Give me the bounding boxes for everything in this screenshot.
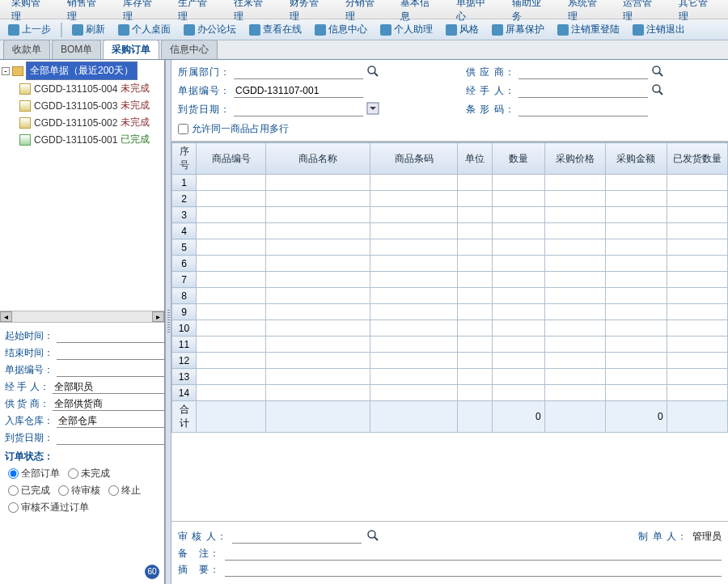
col-2[interactable]: 商品名称 — [266, 143, 370, 175]
col-3[interactable]: 商品条码 — [370, 143, 458, 175]
col-0[interactable]: 序号 — [172, 143, 197, 175]
table-row[interactable]: 9 — [172, 304, 728, 320]
col-8[interactable]: 已发货数量 — [667, 143, 727, 175]
tree-root[interactable]: 全部单据（最近200天） — [26, 61, 138, 80]
filter-status-head: 订单状态： — [5, 450, 159, 463]
remark-input[interactable] — [225, 548, 722, 561]
maker-value: 管理员 — [692, 530, 722, 544]
radio-0[interactable]: 全部订单 — [8, 467, 60, 480]
summary-label: 摘 要： — [178, 563, 220, 577]
tbtn-mail[interactable]: 信息中心 — [310, 21, 372, 38]
form-dept-input[interactable] — [234, 66, 363, 79]
toolbar-divider — [61, 23, 62, 37]
tree-item-3[interactable]: CGDD-131105-001 已完成 — [2, 131, 163, 148]
tab-0[interactable]: 收款单 — [3, 40, 50, 59]
table-row[interactable]: 7 — [172, 272, 728, 288]
filter-docno-input[interactable] — [57, 363, 164, 377]
form-arrive-input[interactable] — [234, 103, 363, 116]
tbtn-home[interactable]: 办公论坛 — [179, 21, 241, 38]
radio-5[interactable]: 审核不通过订单 — [8, 501, 89, 514]
table-row[interactable]: 5 — [172, 239, 728, 256]
header-form: 所属部门：供 应 商：单据编号：经 手 人：到货日期：条 形 码： 允许同一商品… — [171, 60, 728, 142]
filter-supplier-label: 供 货 商： — [5, 397, 49, 411]
tree-item-0[interactable]: CGDD-131105-004 未完成 — [2, 80, 163, 97]
tbtn-user[interactable]: 个人助理 — [375, 21, 438, 38]
tbtn-screen[interactable]: 屏幕保护 — [487, 21, 549, 38]
form-supplier-input[interactable] — [518, 66, 648, 79]
radio-1[interactable]: 未完成 — [68, 467, 110, 480]
tbtn-wand[interactable]: 风格 — [441, 21, 484, 38]
form-docno-label: 单据编号： — [178, 84, 231, 98]
tree-item-1[interactable]: CGDD-131105-003 未完成 — [2, 97, 163, 114]
tree-item-2[interactable]: CGDD-131105-002 未完成 — [2, 114, 163, 131]
tbtn-back[interactable]: 上一步 — [3, 21, 56, 38]
form-barcode-label: 条 形 码： — [466, 103, 515, 116]
tree-collapse-icon[interactable]: - — [2, 67, 10, 75]
doc-tree[interactable]: - 全部单据（最近200天） CGDD-131105-004 未完成CGDD-1… — [0, 60, 164, 311]
filter-supplier-input[interactable] — [53, 397, 164, 411]
auditor-input[interactable] — [232, 531, 362, 544]
form-arrive-dropdown-icon[interactable] — [366, 102, 379, 117]
table-row[interactable]: 4 — [172, 223, 728, 239]
tab-2[interactable]: 采购订单 — [103, 40, 159, 59]
table-row[interactable]: 14 — [172, 385, 728, 401]
tree-hscroll[interactable]: ◂ ▸ — [0, 311, 164, 323]
tbtn-key[interactable]: 注销重登陆 — [552, 21, 624, 38]
filter-end-input[interactable] — [57, 346, 164, 360]
tbtn-search[interactable]: 查看在线 — [244, 21, 307, 38]
radio-3[interactable]: 待审核 — [58, 484, 100, 497]
filter-arrive-input[interactable] — [57, 431, 164, 445]
tab-3[interactable]: 信息中心 — [161, 40, 218, 59]
auditor-search-icon[interactable] — [366, 529, 379, 544]
scroll-left-icon[interactable]: ◂ — [0, 311, 12, 322]
table-row[interactable]: 8 — [172, 288, 728, 304]
radio-2[interactable]: 已完成 — [8, 484, 50, 497]
col-4[interactable]: 单位 — [458, 143, 493, 175]
filter-start-label: 起始时间： — [5, 329, 53, 343]
auditor-label: 审 核 人： — [178, 530, 227, 544]
form-handler-search-icon[interactable] — [651, 83, 664, 99]
allow-multi-checkbox[interactable] — [178, 124, 188, 134]
filter-wh-input[interactable] — [57, 414, 164, 428]
doc-icon — [19, 134, 31, 146]
mail-icon — [315, 24, 326, 36]
tbtn-refresh[interactable]: 刷新 — [67, 21, 110, 38]
table-row[interactable]: 6 — [172, 256, 728, 272]
table-row[interactable]: 3 — [172, 207, 728, 223]
form-barcode-input[interactable] — [518, 103, 648, 116]
splitter[interactable] — [165, 60, 171, 584]
summary-input[interactable] — [225, 564, 722, 577]
tbtn-desktop[interactable]: 个人桌面 — [113, 21, 176, 38]
form-handler-input[interactable] — [518, 84, 648, 98]
col-7[interactable]: 采购金额 — [606, 143, 667, 175]
table-row[interactable]: 12 — [172, 353, 728, 369]
home-icon — [184, 24, 195, 36]
radio-4[interactable]: 终止 — [108, 484, 141, 497]
form-docno-input[interactable] — [234, 84, 363, 98]
wand-icon — [446, 24, 457, 36]
form-dept-search-icon[interactable] — [366, 65, 379, 80]
right-panel: 所属部门：供 应 商：单据编号：经 手 人：到货日期：条 形 码： 允许同一商品… — [171, 60, 728, 584]
screen-icon — [492, 24, 503, 36]
scroll-right-icon[interactable]: ▸ — [152, 311, 164, 322]
doc-icon — [19, 83, 31, 95]
form-supplier-search-icon[interactable] — [651, 65, 664, 80]
filter-handler-input[interactable] — [53, 380, 164, 394]
filter-panel: 起始时间：结束时间：单据编号：经 手 人：供 货 商：入库仓库：到货日期：订单状… — [0, 323, 164, 584]
remark-label: 备 注： — [178, 547, 220, 561]
detail-grid-wrap[interactable]: 序号商品编号商品名称商品条码单位数量采购价格采购金额已发货数量 12345678… — [171, 142, 728, 521]
table-row[interactable]: 2 — [172, 191, 728, 207]
tab-1[interactable]: BOM单 — [52, 40, 101, 59]
filter-start-input[interactable] — [57, 329, 164, 343]
col-6[interactable]: 采购价格 — [544, 143, 605, 175]
table-row[interactable]: 13 — [172, 369, 728, 385]
tbtn-exit[interactable]: 注销退出 — [628, 21, 690, 38]
table-row[interactable]: 10 — [172, 320, 728, 336]
filter-arrive-label: 到货日期： — [5, 431, 53, 445]
form-supplier-label: 供 应 商： — [466, 66, 515, 79]
table-row[interactable]: 11 — [172, 336, 728, 353]
doc-icon — [19, 117, 31, 129]
table-row[interactable]: 1 — [172, 175, 728, 191]
col-5[interactable]: 数量 — [493, 143, 545, 175]
col-1[interactable]: 商品编号 — [197, 143, 266, 175]
